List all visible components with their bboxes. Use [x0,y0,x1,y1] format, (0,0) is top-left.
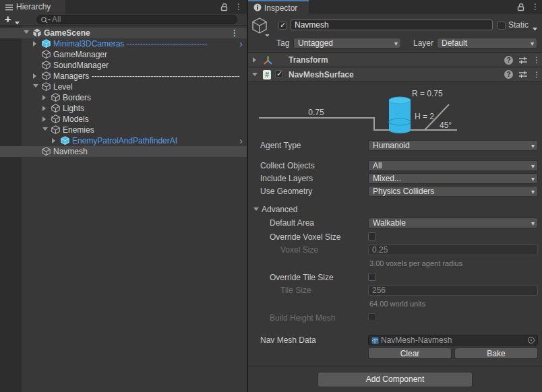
row-label: Borders [63,92,91,103]
inspector-lock-icon[interactable] [516,3,525,13]
hierarchy-row-enemypatrolandpathfinderai[interactable]: EnemyPatrolAndPathfinderAI› [0,135,247,146]
search-input[interactable]: All [36,15,237,24]
add-object-button[interactable]: + [5,13,11,25]
gameobject-cube-icon [42,82,51,92]
override-tile-label: Override Tile Size [270,272,334,283]
layer-dropdown[interactable]: Default [437,38,537,48]
override-voxel-checkbox[interactable] [368,232,376,240]
hierarchy-row-models[interactable]: Models [0,114,247,125]
tag-dropdown[interactable]: Untagged [293,38,401,48]
foldout-collapsed-icon[interactable] [52,138,55,143]
gameobject-cube-icon[interactable] [251,18,269,38]
nav-mesh-data-field[interactable]: NavMesh-Navmesh [368,335,538,346]
hierarchy-row-gamemanager[interactable]: GameManager [0,49,247,60]
prefab-cube-icon [42,39,51,49]
hierarchy-row-lights[interactable]: Lights [0,103,247,114]
static-caret-icon[interactable] [533,24,538,33]
gameobject-cube-icon [51,104,60,114]
transform-help-icon[interactable]: ? [504,56,513,65]
static-label: Static [508,20,529,30]
foldout-collapsed-icon[interactable] [42,117,46,122]
override-tile-checkbox[interactable] [368,273,376,281]
voxel-size-helper: 3.00 voxels per agent radius [369,259,462,267]
clear-button[interactable]: Clear [368,348,452,359]
use-geometry-value: Physics Colliders [373,187,434,196]
foldout-collapsed-icon[interactable] [33,73,36,79]
hierarchy-row-navmesh[interactable]: Navmesh [0,146,247,157]
override-voxel-row: Override Voxel Size [248,232,542,242]
nav-mesh-data-label: Nav Mesh Data [260,335,316,346]
object-picker-icon[interactable] [528,337,535,344]
foldout-expanded-icon[interactable] [42,127,48,131]
add-component-button[interactable]: Add Component [318,372,473,387]
hierarchy-row-level[interactable]: Level [0,81,247,92]
tag-value: Untagged [298,38,333,48]
inspector-menu-icon[interactable]: ⋮ [531,2,539,11]
tile-size-field[interactable]: 256 [368,285,538,296]
gameobject-name-field[interactable]: Navmesh [291,20,493,30]
bake-button[interactable]: Bake [454,348,538,359]
transform-presets-icon[interactable] [518,56,528,67]
navmeshsurface-menu-icon[interactable]: ⋮ [533,70,541,79]
navmeshsurface-header[interactable]: # NavMeshSurface ? ⋮ [248,67,542,82]
hierarchy-row-managers[interactable]: Managers -------------------------------… [0,71,247,81]
static-checkbox[interactable] [498,22,506,30]
transform-title: Transform [289,55,328,65]
hierarchy-row-soundmanager[interactable]: SoundManager [0,60,247,71]
hierarchy-row-enemies[interactable]: Enemies [0,125,247,135]
use-geometry-label: Use Geometry [260,186,312,197]
hierarchy-panel: Hierarchy ⋮ + All GameScene⋮Minimal3DC [0,0,247,392]
gameobject-cube-icon [51,115,60,125]
foldout-expanded-icon[interactable] [33,84,38,88]
foldout-expanded-icon[interactable] [24,30,29,34]
collect-objects-dropdown[interactable]: All [368,160,538,171]
agent-type-row: Agent Type Humanoid [248,140,542,151]
navmeshsurface-enabled-checkbox[interactable] [275,70,283,78]
hierarchy-row-minimal3dcameras[interactable]: Minimal3DCameras -----------------------… [0,38,247,49]
navmeshsurface-help-icon[interactable]: ? [504,70,513,79]
hierarchy-row-borders[interactable]: Borders [0,92,247,103]
agent-diagram: 0.75 R = 0.75 H = 2 45° [248,82,542,140]
gameobject-cube-icon [42,147,51,157]
hierarchy-row-gamescene[interactable]: GameScene⋮ [0,28,247,38]
override-tile-row: Override Tile Size [248,272,542,283]
navmeshsurface-presets-icon[interactable] [518,70,528,81]
foldout-collapsed-icon[interactable] [42,106,46,111]
transform-foldout-icon[interactable] [253,57,256,63]
transform-header[interactable]: Transform ? ⋮ [248,53,542,67]
foldout-collapsed-icon[interactable] [33,41,36,46]
gameobject-cube-icon [51,125,60,135]
scene-menu-icon[interactable]: ⋮ [231,28,239,38]
active-checkbox[interactable] [278,22,287,30]
foldout-collapsed-icon[interactable] [42,95,46,100]
build-height-mesh-checkbox[interactable] [368,313,376,321]
default-area-row: Default Area Walkable [248,218,542,228]
tile-size-label: Tile Size [280,285,311,296]
tab-inspector[interactable]: Inspector [248,0,309,13]
agent-type-value: Humanoid [373,141,410,150]
include-layers-value: Mixed... [373,174,401,183]
agent-type-dropdown[interactable]: Humanoid [368,140,538,151]
row-label: EnemyPatrolAndPathfinderAI [72,135,177,146]
voxel-size-field[interactable]: 0.25 [368,244,538,255]
navmeshsurface-foldout-icon[interactable] [252,73,258,76]
hierarchy-menu-icon[interactable]: ⋮ [235,2,243,11]
transform-menu-icon[interactable]: ⋮ [533,55,541,65]
lock-icon[interactable] [220,3,229,13]
include-layers-dropdown[interactable]: Mixed... [368,173,538,184]
inspector-separator [248,366,542,366]
row-label: Models [63,114,89,125]
advanced-foldout-icon [253,207,259,211]
use-geometry-dropdown[interactable]: Physics Colliders [368,186,538,197]
tab-hierarchy[interactable]: Hierarchy [0,0,65,13]
build-height-mesh-label: Build Height Mesh [270,313,335,323]
prefab-open-chevron-icon[interactable]: › [239,135,243,146]
unity-scene-icon [32,28,42,38]
navmeshsurface-title: NavMeshSurface [289,70,354,79]
prefab-open-chevron-icon[interactable]: › [239,38,243,49]
advanced-foldout[interactable]: Advanced [248,204,542,215]
default-area-dropdown[interactable]: Walkable [368,218,538,228]
agent-type-label: Agent Type [260,140,301,151]
row-label: Minimal3DCameras -----------------------… [53,38,208,49]
inspector-tabbar: Inspector ⋮ [248,0,542,13]
